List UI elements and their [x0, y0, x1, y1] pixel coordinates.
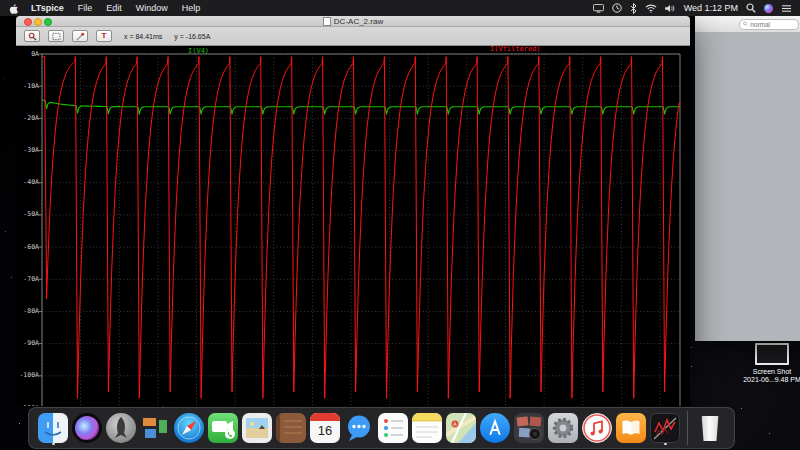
menu-file[interactable]: File [71, 3, 100, 13]
rocket-silhouette [106, 413, 136, 443]
desktop-file-screenshot[interactable]: Screen Shot 2021-06...9.48 PM [742, 343, 800, 384]
photo-strips [514, 413, 544, 443]
dock-facetime-icon[interactable] [208, 411, 238, 445]
dock-maps-icon[interactable]: A [446, 411, 476, 445]
windows-thumbnails [140, 413, 170, 443]
y-axis-tick: -40A [16, 179, 39, 186]
running-indicator [664, 443, 667, 446]
dock-reminders-icon[interactable] [378, 411, 408, 445]
dock-system-preferences-icon[interactable] [548, 411, 578, 445]
dock-app-store-icon[interactable] [480, 411, 510, 445]
y-axis-tick: -50A [16, 211, 39, 218]
background-window[interactable] [695, 16, 800, 341]
dock-photo-booth-icon[interactable] [514, 411, 544, 445]
probe-tool-button[interactable] [72, 30, 88, 42]
running-indicator [52, 443, 55, 446]
dock-itunes-icon[interactable] [582, 411, 612, 445]
dock-contacts-icon[interactable] [276, 411, 306, 445]
dock-finder-icon[interactable] [38, 411, 68, 445]
menu-ltspice[interactable]: LTspice [24, 3, 71, 13]
music-note-glyph [583, 414, 611, 442]
dock-notes-icon[interactable] [412, 411, 442, 445]
address-book-lines [276, 413, 306, 443]
display-icon[interactable] [593, 4, 604, 13]
cursor-x-readout: x = 84.41ms [124, 33, 162, 40]
dock-siri-icon[interactable] [72, 411, 102, 445]
gear-glyph [548, 413, 578, 443]
dock-launchpad-icon[interactable] [106, 411, 136, 445]
map-graphic: A [446, 413, 476, 443]
menu-clock[interactable]: Wed 1:12 PM [684, 3, 738, 13]
dock-ltspice-icon[interactable] [650, 411, 680, 445]
dock-safari-icon[interactable] [174, 411, 204, 445]
compass-needle [174, 413, 204, 443]
y-axis-tick: -60A [16, 244, 39, 251]
wifi-icon[interactable] [645, 4, 657, 13]
dock-mission-control-icon[interactable] [140, 411, 170, 445]
pan-tool-button[interactable] [48, 30, 64, 42]
window-title: DC-AC_2.raw [323, 17, 383, 26]
volume-icon[interactable] [665, 4, 676, 13]
dock-separator [687, 411, 688, 445]
plot-toolbar: T x = 84.41ms y = -16.65A [16, 27, 690, 46]
waveform-plot[interactable]: I(V4) I(Vfiltered) 0A-10A-20A-30A-40A-50… [16, 46, 690, 406]
appstore-a-glyph [480, 413, 510, 443]
notepad-lines [412, 413, 442, 443]
y-axis-tick: 0A [16, 51, 39, 58]
apple-icon [8, 3, 18, 14]
minimize-button[interactable] [34, 18, 42, 26]
y-axis-tick: -110A [16, 405, 39, 407]
siri-icon[interactable] [764, 4, 773, 13]
y-axis-tick: -80A [16, 308, 39, 315]
y-axis-tick: -70A [16, 276, 39, 283]
zoom-window-button[interactable] [44, 18, 52, 26]
dock-trash-icon[interactable] [695, 411, 725, 445]
probe-icon [76, 32, 85, 41]
dock-ibooks-icon[interactable] [616, 411, 646, 445]
svg-text:A: A [453, 421, 457, 427]
y-axis-tick: -10A [16, 83, 39, 90]
speech-bubble [344, 413, 374, 443]
trace-ivfiltered [42, 57, 679, 399]
dock-photos-icon[interactable] [242, 411, 272, 445]
photo-print [242, 413, 272, 443]
finder-face [38, 413, 68, 443]
window-titlebar[interactable]: DC-AC_2.raw [16, 16, 690, 27]
menu-window[interactable]: Window [129, 3, 175, 13]
bluetooth-icon[interactable] [630, 3, 637, 14]
plot-canvas[interactable] [16, 46, 690, 406]
legend-ivfiltered[interactable]: I(Vfiltered) [490, 45, 541, 53]
legend-iv4[interactable]: I(V4) [188, 47, 209, 55]
search-field[interactable] [739, 19, 799, 30]
dock-calendar-icon[interactable]: 16 [310, 411, 340, 445]
calendar-header [310, 413, 340, 421]
background-window-toolbar [695, 16, 800, 33]
menu-help[interactable]: Help [175, 3, 208, 13]
close-button[interactable] [24, 18, 32, 26]
menu-edit[interactable]: Edit [99, 3, 129, 13]
zoom-tool-button[interactable] [24, 30, 40, 42]
y-axis-tick: -30A [16, 147, 39, 154]
text-tool-button[interactable]: T [96, 30, 112, 42]
dock: 16A [28, 407, 735, 449]
screenshot-file-label: Screen Shot 2021-06...9.48 PM [742, 368, 800, 384]
search-input[interactable] [750, 21, 795, 28]
video-camera-glyph [208, 413, 238, 443]
cursor-y-readout: y = -16.65A [174, 33, 210, 40]
notification-center-icon[interactable] [781, 4, 792, 13]
search-icon [743, 21, 748, 27]
calendar-day: 16 [310, 421, 340, 441]
magnifier-icon [28, 32, 37, 41]
ltspice-window: DC-AC_2.raw T x = 84.41ms y = -16.65A I(… [16, 16, 690, 406]
dock-messages-icon[interactable] [344, 411, 374, 445]
spotlight-icon[interactable] [746, 3, 756, 13]
screenshot-thumbnail-icon[interactable] [755, 343, 789, 365]
y-axis-tick: -100A [16, 372, 39, 379]
dashed-box-icon [52, 32, 61, 41]
ltspice-waveform-glyph [651, 414, 679, 442]
menu-bar: LTspiceFileEditWindowHelp Wed 1:12 PM [0, 0, 800, 16]
apple-menu[interactable] [8, 3, 18, 14]
text-tool-icon: T [102, 32, 107, 40]
time-machine-icon[interactable] [612, 3, 622, 13]
y-axis-tick: -20A [16, 115, 39, 122]
